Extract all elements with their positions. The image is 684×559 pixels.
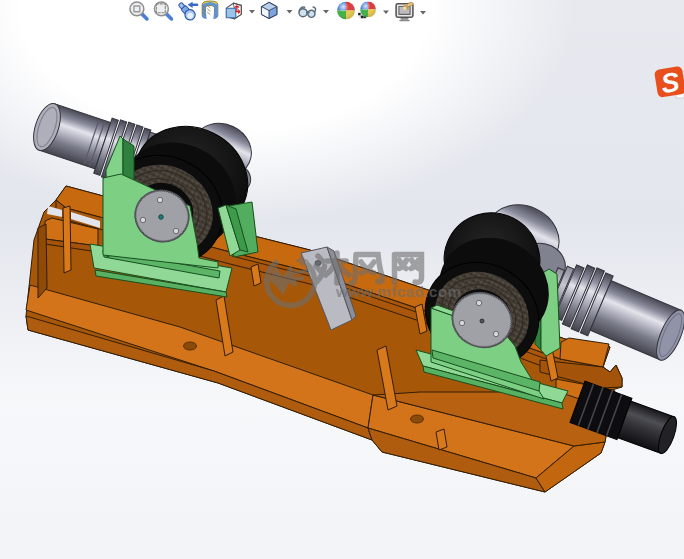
svg-text:www.mfcad.com: www.mfcad.com (335, 283, 462, 300)
